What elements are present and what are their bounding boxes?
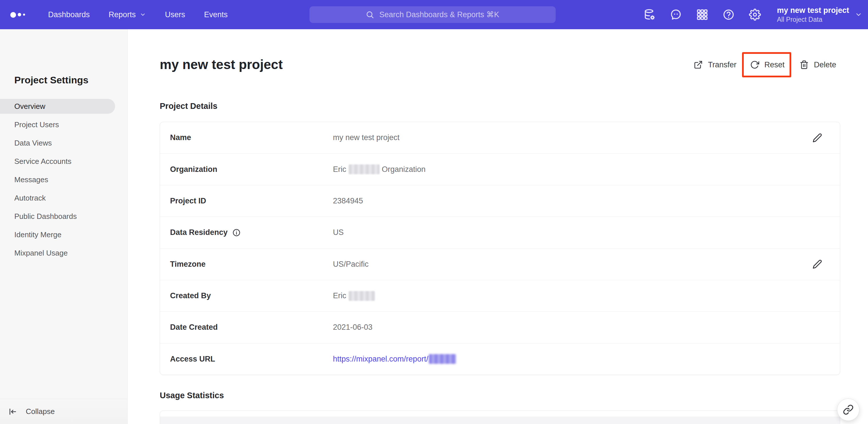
- transfer-icon: [694, 60, 703, 69]
- data-management-icon[interactable]: [644, 8, 656, 21]
- nav-item-events[interactable]: Events: [204, 10, 228, 19]
- redacted-text-block: [349, 165, 380, 174]
- info-icon[interactable]: [232, 228, 241, 237]
- collapse-sidebar-button[interactable]: Collapse: [0, 399, 127, 424]
- sidebar-item-data-views[interactable]: Data Views: [0, 134, 127, 152]
- sidebar-item-messages[interactable]: Messages: [0, 170, 127, 189]
- current-project-name: my new test project: [777, 6, 849, 16]
- sidebar-item-identity-merge[interactable]: Identity Merge: [0, 225, 127, 244]
- current-project-scope: All Project Data: [777, 16, 849, 24]
- collapse-sidebar-icon: [8, 407, 17, 416]
- reset-button[interactable]: Reset: [750, 56, 785, 74]
- detail-row-created-by: Created By Eric: [160, 280, 840, 312]
- usage-statistics-heading: Usage Statistics: [160, 391, 224, 400]
- mixpanel-logo-icon[interactable]: [9, 8, 31, 21]
- link-icon: [843, 404, 854, 415]
- apps-grid-icon[interactable]: [696, 8, 708, 21]
- delete-button[interactable]: Delete: [800, 56, 836, 74]
- nav-item-users[interactable]: Users: [165, 10, 185, 19]
- sidebar-item-autotrack[interactable]: Autotrack: [0, 189, 127, 207]
- sidebar-title: Project Settings: [14, 75, 89, 86]
- detail-row-data-residency: Data Residency US: [160, 217, 840, 248]
- chevron-down-icon: [140, 11, 146, 18]
- sidebar-item-overview[interactable]: Overview: [0, 97, 127, 115]
- usage-statistics-card: [160, 411, 840, 424]
- edit-name-icon[interactable]: [812, 133, 822, 143]
- detail-row-date-created: Date Created 2021-06-03: [160, 312, 840, 343]
- detail-row-organization: Organization Eric Organization: [160, 153, 840, 185]
- global-search[interactable]: [309, 6, 556, 23]
- trash-icon: [800, 60, 809, 69]
- sidebar-item-mixpanel-usage[interactable]: Mixpanel Usage: [0, 244, 127, 262]
- search-icon: [366, 10, 374, 19]
- settings-gear-icon[interactable]: [749, 8, 761, 21]
- sidebar-item-service-accounts[interactable]: Service Accounts: [0, 152, 127, 170]
- help-icon[interactable]: [722, 8, 735, 21]
- edit-timezone-icon[interactable]: [812, 259, 822, 269]
- feedback-icon[interactable]: [670, 8, 682, 21]
- redacted-text-block: [349, 291, 375, 301]
- detail-row-name: Name my new test project: [160, 122, 840, 153]
- search-input[interactable]: [379, 10, 500, 19]
- detail-row-access-url: Access URL https://mixpanel.com/report/: [160, 343, 840, 375]
- nav-item-dashboards[interactable]: Dashboards: [48, 10, 90, 19]
- chevron-down-icon: [855, 11, 862, 18]
- share-link-button[interactable]: [837, 398, 860, 421]
- transfer-button[interactable]: Transfer: [694, 56, 737, 74]
- nav-item-reports[interactable]: Reports: [109, 10, 146, 19]
- page-title: my new test project: [160, 57, 283, 72]
- sidebar-item-project-users[interactable]: Project Users: [0, 115, 127, 134]
- sidebar-item-public-dashboards[interactable]: Public Dashboards: [0, 207, 127, 225]
- main-content: my new test project Transfer Reset Delet…: [128, 29, 868, 424]
- top-nav-bar: Dashboards Reports Users Events: [0, 0, 868, 29]
- access-url-link[interactable]: https://mixpanel.com/report/: [333, 355, 428, 364]
- redacted-url-block: [429, 354, 456, 364]
- detail-row-project-id: Project ID 2384945: [160, 186, 840, 217]
- usage-card-content: [160, 417, 840, 424]
- project-switcher[interactable]: my new test project All Project Data: [777, 6, 862, 24]
- settings-sidebar: Project Settings Overview Project Users …: [0, 29, 128, 424]
- reset-icon: [750, 60, 759, 69]
- project-details-card: Name my new test project Organization Er…: [160, 122, 840, 375]
- project-details-heading: Project Details: [160, 102, 217, 111]
- detail-row-timezone: Timezone US/Pacific: [160, 249, 840, 280]
